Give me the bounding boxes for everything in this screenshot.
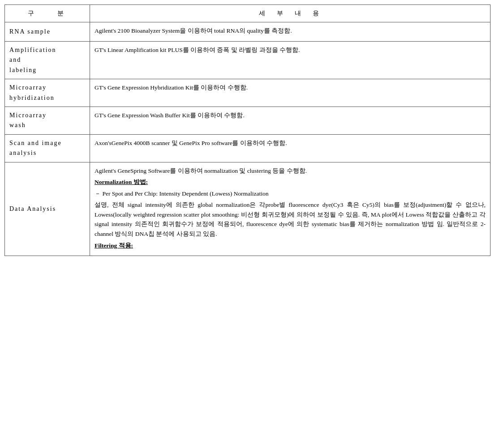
detail-cell-data-analysis: Agilent's GeneSpring Software를 이용하여 norm… bbox=[90, 162, 491, 256]
detail-cell-microarray-hybridization: GT's Gene Expression Hybridization Kit를 … bbox=[90, 79, 491, 107]
data-table: 구 분 세 부 내 용 RNA sampleAgilent's 2100 Bio… bbox=[4, 4, 491, 256]
category-cell-microarray-hybridization: Microarrayhybridization bbox=[5, 79, 90, 107]
detail-cell-scan-image-analysis: Axon'sGenePix 4000B scanner 및 GenePix Pr… bbox=[90, 134, 491, 162]
category-cell-microarray-wash: Microarraywash bbox=[5, 107, 90, 134]
table-row: MicroarrayhybridizationGT's Gene Express… bbox=[5, 79, 491, 107]
table-row: Data AnalysisAgilent's GeneSpring Softwa… bbox=[5, 162, 491, 256]
header-category: 구 분 bbox=[5, 5, 90, 22]
table-row: MicroarraywashGT's Gene Expression Wash … bbox=[5, 107, 491, 134]
detail-cell-rna-sample: Agilent's 2100 Bioanalyzer System을 이용하여 … bbox=[90, 22, 491, 42]
category-cell-rna-sample: RNA sample bbox=[5, 22, 90, 42]
detail-cell-microarray-wash: GT's Gene Expression Wash Buffer Kit를 이용… bbox=[90, 107, 491, 134]
category-cell-data-analysis: Data Analysis bbox=[5, 162, 90, 256]
table-header-row: 구 분 세 부 내 용 bbox=[5, 5, 491, 22]
category-cell-scan-image-analysis: Scan and imageanalysis bbox=[5, 134, 90, 162]
detail-cell-amplification-labeling: GT's Linear Amplification kit PLUS를 이용하여… bbox=[90, 41, 491, 79]
category-cell-amplification-labeling: Amplificationandlabeling bbox=[5, 41, 90, 79]
table-row: RNA sampleAgilent's 2100 Bioanalyzer Sys… bbox=[5, 22, 491, 42]
main-container: 구 분 세 부 내 용 RNA sampleAgilent's 2100 Bio… bbox=[0, 0, 495, 448]
table-row: AmplificationandlabelingGT's Linear Ampl… bbox=[5, 41, 491, 79]
header-detail: 세 부 내 용 bbox=[90, 5, 491, 22]
table-row: Scan and imageanalysisAxon'sGenePix 4000… bbox=[5, 134, 491, 162]
